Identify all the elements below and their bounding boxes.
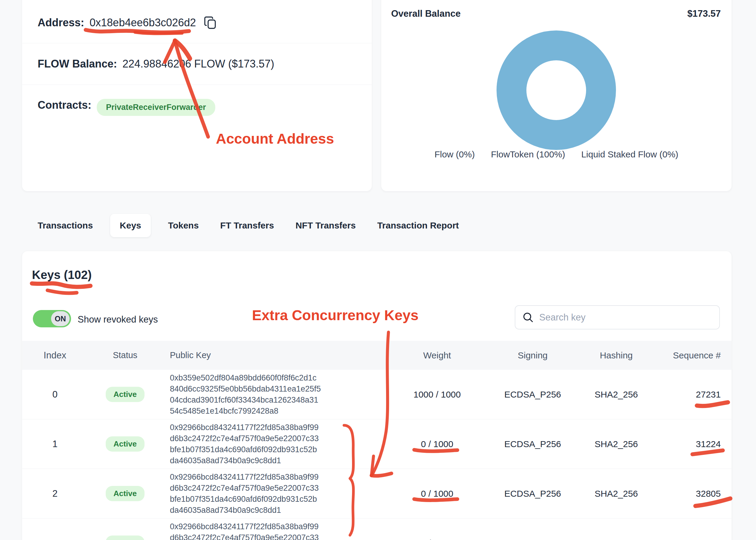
tab-nft-transfers[interactable]: NFT Transfers xyxy=(296,220,356,230)
public-key: 0x92966bcd843241177f22fd85a38ba9f99d6b3c… xyxy=(162,472,383,516)
flow-balance-label: FLOW Balance: xyxy=(38,58,117,70)
key-signing: ECDSA_P256 xyxy=(491,439,575,449)
public-key: 0x92966bcd843241177f22fd85a38ba9f99d6b3c… xyxy=(162,422,383,466)
address-row: Address: 0x18eb4ee6b3c026d2 xyxy=(22,0,372,43)
tab-keys[interactable]: Keys xyxy=(110,214,151,237)
address-value: 0x18eb4ee6b3c026d2 xyxy=(90,16,196,29)
key-weight: 0 / 1000 xyxy=(383,439,491,449)
keys-section-title: Keys (102) xyxy=(32,268,92,282)
legend-item: Liquid Staked Flow (0%) xyxy=(581,149,678,160)
flow-balance-value: 224.98846206 FLOW ($173.57) xyxy=(122,58,274,70)
keys-table-header: Index Status Public Key Weight Signing H… xyxy=(22,341,731,370)
tab-ft-transfers[interactable]: FT Transfers xyxy=(220,220,274,230)
contracts-row: Contracts: PrivateReceiverForwarder xyxy=(22,85,372,191)
donut-ring xyxy=(511,46,601,135)
col-header-sequence: Sequence # xyxy=(658,350,731,360)
balance-card-title: Overall Balance xyxy=(391,8,461,19)
key-signing: ECDSA_P256 xyxy=(491,489,575,499)
key-hashing: SHA2_256 xyxy=(575,439,658,449)
key-signing: ECDSA_P256 xyxy=(491,538,575,540)
flow-balance-row: FLOW Balance: 224.98846206 FLOW ($173.57… xyxy=(22,43,372,85)
status-badge: Active xyxy=(106,536,145,540)
table-row: 1 Active 0x92966bcd843241177f22fd85a38ba… xyxy=(22,419,731,469)
tab-tokens[interactable]: Tokens xyxy=(168,220,199,230)
keys-table: Index Status Public Key Weight Signing H… xyxy=(22,341,731,540)
table-row: 2 Active 0x92966bcd843241177f22fd85a38ba… xyxy=(22,469,731,518)
search-icon xyxy=(522,312,534,323)
balance-total: $173.57 xyxy=(687,8,721,19)
status-badge: Active xyxy=(106,436,145,452)
public-key: 0xb359e502df804a89bdd660f0f8f6c2d1c840d6… xyxy=(162,372,383,417)
key-weight: 0 / 1000 xyxy=(383,489,491,499)
account-tabs: TransactionsKeysTokensFT TransfersNFT Tr… xyxy=(38,213,459,238)
table-row: 0 Active 0xb359e502df804a89bdd660f0f8f6c… xyxy=(22,370,731,419)
key-signing: ECDSA_P256 xyxy=(491,389,575,400)
show-revoked-keys-toggle[interactable]: ON xyxy=(33,310,71,327)
col-header-public-key: Public Key xyxy=(162,350,383,361)
key-sequence: 27231 xyxy=(658,389,731,400)
contract-chip[interactable]: PrivateReceiverForwarder xyxy=(97,99,215,116)
keys-table-body: 0 Active 0xb359e502df804a89bdd660f0f8f6c… xyxy=(22,370,731,540)
key-index: 0 xyxy=(22,389,88,400)
toggle-knob: ON xyxy=(51,311,69,326)
tab-transaction-report[interactable]: Transaction Report xyxy=(377,220,459,230)
legend-item: FlowToken (100%) xyxy=(491,149,565,160)
key-sequence: 31224 xyxy=(658,439,731,449)
status-badge: Active xyxy=(106,387,145,402)
donut-legend: Flow (0%)FlowToken (100%)Liquid Staked F… xyxy=(381,149,731,160)
overall-balance-card: Overall Balance $173.57 Flow (0%)FlowTok… xyxy=(381,0,731,191)
keys-card: Keys (102) ON Show revoked keys Index St… xyxy=(22,251,731,540)
legend-item: Flow (0%) xyxy=(434,149,475,160)
show-revoked-keys-label: Show revoked keys xyxy=(78,314,158,325)
balance-card-header: Overall Balance $173.57 xyxy=(381,0,731,19)
key-index: 1 xyxy=(22,439,88,450)
tab-transactions[interactable]: Transactions xyxy=(38,220,93,230)
key-weight: 0 / 1000 xyxy=(383,538,491,540)
col-header-signing: Signing xyxy=(491,350,575,360)
balance-donut-chart xyxy=(493,28,619,153)
col-header-status: Status xyxy=(88,350,162,360)
key-sequence: 32805 xyxy=(658,489,731,499)
col-header-index: Index xyxy=(22,350,88,361)
key-weight: 1000 / 1000 xyxy=(383,389,491,400)
col-header-hashing: Hashing xyxy=(575,350,658,360)
key-search-box[interactable] xyxy=(515,305,720,330)
account-summary-card: Address: 0x18eb4ee6b3c026d2 FLOW Balance… xyxy=(22,0,372,191)
table-row: Active 0x92966bcd843241177f22fd85a38ba9f… xyxy=(22,518,731,540)
key-hashing: SHA2_256 xyxy=(575,389,658,400)
key-index: 2 xyxy=(22,488,88,499)
copy-icon xyxy=(204,16,217,30)
address-label: Address: xyxy=(38,16,84,29)
public-key: 0x92966bcd843241177f22fd85a38ba9f99d6b3c… xyxy=(162,521,383,540)
contracts-label: Contracts: xyxy=(38,99,91,111)
search-input[interactable] xyxy=(539,312,706,323)
key-hashing: SHA2_256 xyxy=(575,538,658,540)
copy-address-button[interactable] xyxy=(204,16,217,30)
status-badge: Active xyxy=(106,486,145,501)
key-hashing: SHA2_256 xyxy=(575,489,658,499)
col-header-weight: Weight xyxy=(383,350,491,360)
